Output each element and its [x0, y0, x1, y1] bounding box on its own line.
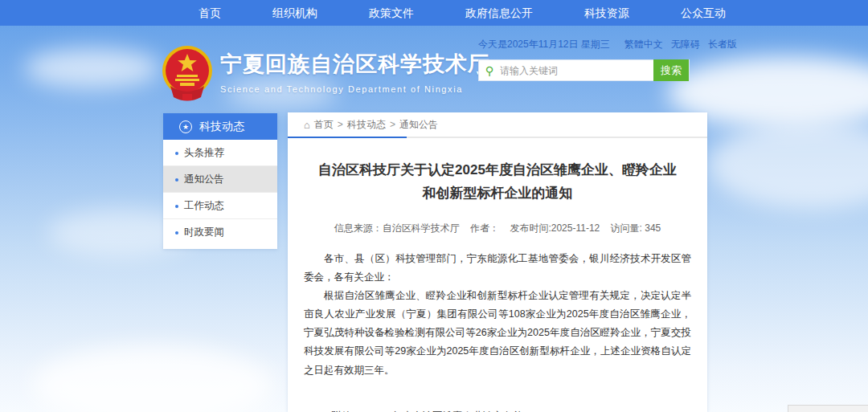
nav-item-organization[interactable]: 组织机构 — [247, 0, 343, 26]
article-paragraph: 根据自治区雏鹰企业、瞪羚企业和创新型标杆企业认定管理有关规定，决定认定半亩良人农… — [304, 287, 691, 380]
article-meta: 信息来源：自治区科学技术厅 作者： 发布时间:2025-11-12 访问量: 3… — [304, 222, 691, 235]
breadcrumb-tech-news[interactable]: 科技动态 — [347, 118, 386, 132]
sidebar-item-headlines[interactable]: 头条推荐 — [163, 140, 277, 166]
today-date: 今天是2025年11月12日 星期三 — [478, 38, 610, 51]
breadcrumb-divider-accent — [288, 137, 407, 138]
article-title-line1: 自治区科技厅关于认定2025年度自治区雏鹰企业、瞪羚企业 — [318, 162, 677, 177]
nav-item-interaction[interactable]: 公众互动 — [655, 0, 751, 26]
bottom-corner-widget — [788, 405, 868, 412]
site-title-block: 宁夏回族自治区科学技术厅 Science and Technology Depa… — [220, 50, 485, 94]
meta-author: 作者： — [470, 222, 499, 234]
bullet-icon — [175, 152, 178, 155]
home-icon: ⌂ — [304, 119, 310, 131]
attachments-list: 1.2025年度自治区雏鹰企业认定名单 2.2025年度自治区瞪羚企业认定名单 … — [362, 407, 553, 412]
bullet-icon — [175, 231, 178, 235]
breadcrumb: ⌂ 首页 > 科技动态 > 通知公告 — [304, 112, 691, 137]
sidebar-item-label: 时政要闻 — [184, 226, 224, 238]
meta-source: 信息来源：自治区科学技术厅 — [334, 222, 460, 234]
star-circle-icon: ★ — [179, 120, 192, 133]
nav-item-home[interactable]: 首页 — [173, 0, 247, 26]
breadcrumb-divider — [288, 137, 707, 138]
article-paragraph: 各市、县（区）科技管理部门，宁东能源化工基地管委会，银川经济技术开发区管委会，各… — [304, 250, 691, 287]
attachments-label: 附件： — [331, 407, 362, 412]
nav-item-gov-info[interactable]: 政府信息公开 — [440, 0, 559, 26]
search-button[interactable]: 搜索 — [653, 59, 689, 81]
cloud-decoration — [707, 120, 868, 209]
header-utilities: 今天是2025年11月12日 星期三 繁體中文 无障碍 长者版 ⚲ 搜索 — [478, 38, 695, 81]
sidebar-header: ★ 科技动态 — [163, 113, 277, 140]
site-subtitle: Science and Technology Department of Nin… — [220, 84, 485, 94]
article-title: 自治区科技厅关于认定2025年度自治区雏鹰企业、瞪羚企业 和创新型标杆企业的通知 — [304, 159, 691, 206]
sidebar-item-label: 通知公告 — [184, 173, 224, 185]
cloud-decoration — [32, 345, 273, 412]
article-body: 各市、县（区）科技管理部门，宁东能源化工基地管委会，银川经济技术开发区管委会，各… — [304, 250, 691, 380]
attachment-link-1[interactable]: 1.2025年度自治区雏鹰企业认定名单 — [362, 407, 553, 412]
breadcrumb-separator: > — [390, 119, 395, 130]
sidebar-item-politics-news[interactable]: 时政要闻 — [163, 219, 277, 246]
link-accessibility[interactable]: 无障碍 — [671, 38, 700, 51]
link-elder-version[interactable]: 长者版 — [708, 38, 737, 51]
breadcrumb-separator: > — [338, 119, 343, 130]
link-traditional-chinese[interactable]: 繁體中文 — [624, 38, 663, 51]
sidebar-item-label: 工作动态 — [184, 200, 224, 211]
site-header: 宁夏回族自治区科学技术厅 Science and Technology Depa… — [0, 26, 868, 112]
search-input[interactable] — [500, 65, 653, 76]
search-icon: ⚲ — [479, 64, 500, 77]
date-row: 今天是2025年11月12日 星期三 繁體中文 无障碍 长者版 — [478, 38, 695, 51]
sidebar-item-work-news[interactable]: 工作动态 — [163, 193, 277, 219]
sidebar: ★ 科技动态 头条推荐 通知公告 工作动态 时政要闻 — [163, 113, 277, 249]
attachments-block: 附件： 1.2025年度自治区雏鹰企业认定名单 2.2025年度自治区瞪羚企业认… — [331, 407, 691, 412]
top-nav: 首页 组织机构 政策文件 政府信息公开 科技资源 公众互动 — [0, 0, 868, 26]
bullet-icon — [175, 205, 178, 208]
search-bar: ⚲ 搜索 — [478, 59, 690, 81]
sidebar-title: 科技动态 — [199, 120, 244, 134]
nav-item-resources[interactable]: 科技资源 — [559, 0, 655, 26]
breadcrumb-home[interactable]: 首页 — [314, 118, 334, 132]
article-title-line2: 和创新型标杆企业的通知 — [423, 186, 573, 201]
main-content-panel: ⌂ 首页 > 科技动态 > 通知公告 自治区科技厅关于认定2025年度自治区雏鹰… — [288, 112, 707, 412]
bullet-icon — [175, 178, 178, 182]
breadcrumb-notices[interactable]: 通知公告 — [399, 118, 438, 132]
sidebar-item-label: 头条推荐 — [184, 147, 224, 158]
meta-publish-time: 发布时间:2025-11-12 — [510, 222, 600, 234]
meta-visit-count: 访问量: 345 — [611, 222, 661, 234]
site-title: 宁夏回族自治区科学技术厅 — [220, 50, 485, 79]
nav-item-policy[interactable]: 政策文件 — [343, 0, 440, 26]
national-emblem-icon — [161, 44, 214, 102]
sidebar-item-notices[interactable]: 通知公告 — [163, 166, 277, 193]
